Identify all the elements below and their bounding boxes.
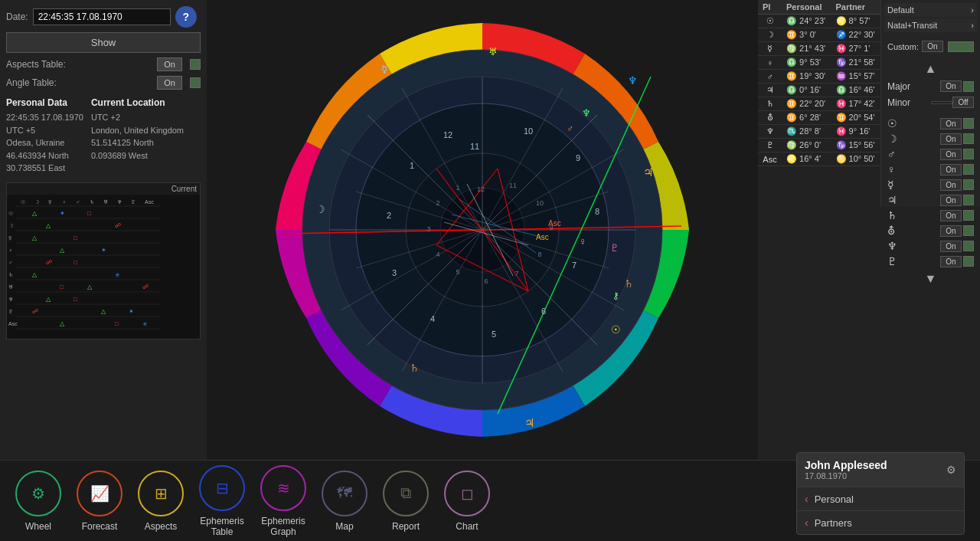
angle-table-label: Angle Table: <box>6 77 151 88</box>
nav-item-ephemeris-table[interactable]: ⊟ EphemerisTable <box>199 465 245 537</box>
svg-text:5: 5 <box>492 330 496 339</box>
table-row: ♄ ♊ 22° 20' ♓ 17° 42' <box>758 97 880 111</box>
personal-position: ♊ 22° 20' <box>782 97 831 111</box>
partner-position: ♓ 17° 42' <box>831 97 881 111</box>
planet-toggle-btn[interactable]: On <box>940 179 962 191</box>
scroll-up-button[interactable]: ▲ <box>884 61 977 77</box>
svg-text:Asc: Asc <box>8 321 18 326</box>
aspects-mini-table: Current ☉ ☽ ☿ ♀ ♂ ♄ ♅ ♆ ♇ Asc ☉ ☽ ☿ ♀ ♂ … <box>6 182 201 339</box>
nav-item-wheel[interactable]: ⚙ Wheel <box>15 471 61 532</box>
svg-text:□: □ <box>115 320 119 327</box>
planet-symbol: ♃ <box>758 84 782 97</box>
personal-position: ♎ 9° 53' <box>782 56 831 70</box>
right-top-section: Pl Personal Partner ☉ ♎ 24° 23' ♌ 8° 57'… <box>758 0 980 207</box>
report-icon-circle[interactable]: ⧉ <box>383 471 429 516</box>
svg-text:✶: ✶ <box>101 247 106 254</box>
profile-info: John Appleseed 17.08.1970 <box>805 459 887 480</box>
help-button[interactable]: ? <box>175 6 197 28</box>
planet-toggle-btn[interactable]: On <box>940 225 962 237</box>
chart-label: Chart <box>456 521 478 532</box>
ephemeris-graph-icon-circle[interactable]: ≋ <box>260 465 306 511</box>
svg-text:♂: ♂ <box>76 199 80 205</box>
partner-position: ♓ 27° 1' <box>831 42 881 56</box>
planet-toggle-btn[interactable]: On <box>940 241 962 252</box>
major-checkbox[interactable] <box>963 81 974 92</box>
planet-symbol: ♂ <box>758 70 782 84</box>
date-input[interactable] <box>33 8 171 25</box>
nav-item-ephemeris-graph[interactable]: ≋ EphemerisGraph <box>260 465 306 537</box>
ephemeris-table-icon-circle[interactable]: ⊟ <box>199 465 245 511</box>
profile-partners-option[interactable]: ‹ Partners <box>797 510 964 534</box>
svg-text:♀: ♀ <box>579 235 587 248</box>
svg-text:□: □ <box>87 210 91 217</box>
planet-toggle-btn[interactable]: On <box>940 195 962 206</box>
svg-text:♇: ♇ <box>131 199 136 205</box>
planet-toggle-checkbox[interactable] <box>963 179 974 190</box>
natal-transit-preset[interactable]: Natal+Transit › <box>884 18 977 32</box>
planet-toggle-checkbox[interactable] <box>963 210 974 221</box>
planet-toggle-btn[interactable]: On <box>940 149 962 160</box>
planet-toggle-checkbox[interactable] <box>963 164 974 175</box>
planet-ctrl-row: ♃ On <box>884 192 977 208</box>
svg-text:5: 5 <box>456 268 459 276</box>
map-icon-circle[interactable]: 🗺 <box>322 471 368 516</box>
nav-item-aspects[interactable]: ⊞ Aspects <box>138 471 184 532</box>
astrology-wheel: 11 10 9 8 7 6 5 4 3 2 1 12 12 11 10 9 8 … <box>268 15 697 444</box>
wheel-icon-circle[interactable]: ⚙ <box>15 471 61 516</box>
planet-toggle-checkbox[interactable] <box>963 149 974 159</box>
planet-toggle-btn[interactable]: On <box>940 164 962 175</box>
planet-toggle-btn[interactable]: On <box>940 256 962 267</box>
custom-toggle[interactable]: On <box>922 41 943 52</box>
planet-table: Pl Personal Partner ☉ ♎ 24° 23' ♌ 8° 57'… <box>758 0 880 166</box>
svg-text:△: △ <box>101 308 106 315</box>
aspects-table-row: Aspects Table: On <box>6 57 201 71</box>
default-preset[interactable]: Default › <box>884 3 977 17</box>
svg-text:♂: ♂ <box>567 123 573 134</box>
planet-toggle-checkbox[interactable] <box>963 225 974 236</box>
nav-item-forecast[interactable]: 📈 Forecast <box>77 471 122 532</box>
planet-toggle-btn[interactable]: On <box>940 133 962 145</box>
angle-table-toggle[interactable]: On <box>157 76 182 90</box>
default-label: Default <box>887 5 914 15</box>
aspects-table-toggle[interactable]: On <box>157 57 182 71</box>
profile-gear-button[interactable]: ⚙ <box>946 464 956 476</box>
planet-ctrl-row: ♀ On <box>884 162 977 177</box>
planet-toggle-checkbox[interactable] <box>963 256 974 267</box>
table-row: ♇ ♍ 26° 0' ♑ 15° 56' <box>758 139 880 152</box>
profile-card: John Appleseed 17.08.1970 ⚙ ‹ Personal ‹… <box>796 452 965 535</box>
custom-checkbox[interactable] <box>948 41 974 52</box>
wheel-label: Wheel <box>25 521 51 532</box>
bottom-nav: ⚙ Wheel 📈 Forecast ⊞ Aspects ⊟ Ephemeris… <box>0 460 980 541</box>
major-toggle[interactable]: On <box>940 80 962 92</box>
center-chart: 11 10 9 8 7 6 5 4 3 2 1 12 12 11 10 9 8 … <box>207 0 758 460</box>
angle-table-checkbox[interactable] <box>190 77 201 88</box>
minor-off-button[interactable]: Off <box>952 97 974 108</box>
planet-ctrl-row: ☉ On <box>884 116 977 131</box>
nav-item-map[interactable]: 🗺 Map <box>322 471 368 532</box>
planet-symbol-label: ⛢ <box>887 225 940 237</box>
svg-text:△: △ <box>32 271 38 278</box>
planet-toggle-btn[interactable]: On <box>940 118 962 130</box>
svg-text:☽: ☽ <box>315 203 325 215</box>
planet-toggle-checkbox[interactable] <box>963 241 974 251</box>
svg-text:7: 7 <box>572 261 577 270</box>
planet-toggle-checkbox[interactable] <box>963 118 974 129</box>
table-row: Asc ♌ 16° 4' ♋ 10° 50' <box>758 152 880 166</box>
show-button[interactable]: Show <box>6 32 201 53</box>
major-label: Major <box>887 81 940 92</box>
svg-text:12: 12 <box>477 185 485 193</box>
forecast-icon-circle[interactable]: 📈 <box>77 471 122 516</box>
personal-data: Personal Data 22:45:35 17.08.1970 UTC +5… <box>6 97 83 175</box>
nav-item-report[interactable]: ⧉ Report <box>383 471 429 532</box>
planet-toggle-checkbox[interactable] <box>963 195 974 205</box>
nav-item-chart[interactable]: ◻ Chart <box>444 471 490 532</box>
chart-icon-circle[interactable]: ◻ <box>444 471 490 516</box>
profile-personal-option[interactable]: ‹ Personal <box>797 487 964 510</box>
planet-toggle-checkbox[interactable] <box>963 133 974 144</box>
minor-on-button[interactable] <box>931 101 952 104</box>
scroll-down-button[interactable]: ▼ <box>884 270 977 287</box>
aspects-icon-circle[interactable]: ⊞ <box>138 471 184 516</box>
aspects-table-checkbox[interactable] <box>190 59 201 70</box>
map-label: Map <box>335 521 353 532</box>
planet-toggle-btn[interactable]: On <box>940 210 962 221</box>
